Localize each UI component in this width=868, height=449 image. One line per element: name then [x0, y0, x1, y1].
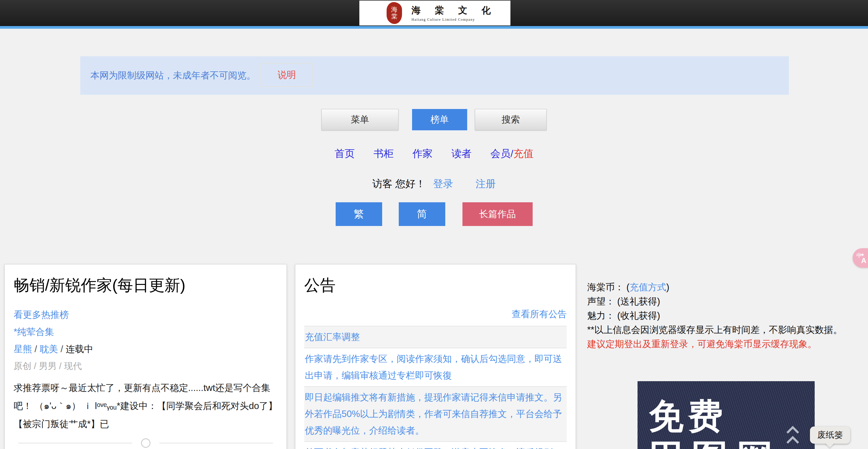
- long-works-button[interactable]: 长篇作品: [462, 202, 533, 226]
- book-description: 求推荐票呀～最近太忙了，更新有点不稳定......twt还是写个合集吧！ （๑'…: [13, 379, 278, 433]
- book-meta-row: 星熊 / 耽美 / 连载中: [13, 343, 278, 355]
- logo-subtitle: Haitang Culture Limited Company: [411, 18, 497, 22]
- divider-circle-icon: [141, 438, 151, 448]
- announcement-item[interactable]: 充值汇率调整: [304, 326, 567, 348]
- nav-item-bookshelf[interactable]: 书柜: [374, 147, 394, 161]
- nav-item-member-recharge: 会员/充值: [490, 147, 533, 161]
- greeting-text: 访客 您好！: [372, 178, 426, 189]
- seal-char-1: 海: [391, 6, 398, 13]
- site-logo[interactable]: 海 棠 海 棠 文 化 Haitang Culture Limited Comp…: [359, 1, 510, 26]
- book-title-link[interactable]: *纯荤合集: [13, 327, 54, 337]
- nav-member-link[interactable]: 会员: [490, 148, 510, 159]
- translate-button[interactable]: 中 A: [852, 248, 868, 268]
- chevron-up-icon: [786, 436, 799, 448]
- book-title-row: *纯荤合集: [13, 326, 278, 338]
- seal-char-2: 棠: [391, 13, 398, 20]
- cache-note: **以上信息会因浏览器缓存显示上有时间差，不影响真实数据。: [587, 323, 854, 337]
- wallet-label-close: ): [666, 282, 669, 292]
- logo-text: 海 棠 文 化 Haitang Culture Limited Company: [411, 4, 497, 22]
- back-to-top-button[interactable]: [786, 428, 800, 448]
- cache-warning: 建议定期登出及重新登录，可避免海棠币显示缓存现象。: [587, 337, 854, 351]
- simplified-chinese-button[interactable]: 简: [399, 202, 445, 226]
- notice-explain-link[interactable]: 说明: [261, 63, 313, 87]
- view-all-announcements-link[interactable]: 查看所有公告: [512, 309, 567, 319]
- traditional-chinese-button[interactable]: 繁: [336, 202, 382, 226]
- more-hot-rank-row: 看更多热推榜: [13, 309, 278, 321]
- header-accent-strip: [0, 26, 868, 29]
- rank-button[interactable]: 榜单: [412, 109, 467, 130]
- announcement-item[interactable]: 首页书名与章节标题禁止低俗不雅，谐音也不恰当，违反规则: [304, 442, 567, 449]
- recharge-method-link[interactable]: 充值方式: [629, 282, 666, 292]
- nav-separator: /: [510, 148, 513, 159]
- logo-title: 海 棠 文 化: [411, 4, 497, 17]
- banner-text-line1: 免费: [649, 393, 727, 441]
- nav-recharge-link[interactable]: 充值: [514, 148, 533, 159]
- announcements-panel-title: 公告: [304, 275, 567, 296]
- translate-icon: 中 A: [856, 252, 868, 264]
- login-link[interactable]: 登录: [433, 178, 453, 189]
- greeting-row: 访客 您好！ 登录 注册: [0, 177, 868, 191]
- panel-divider: [19, 438, 273, 448]
- lang-row: 繁 简 长篇作品: [0, 202, 868, 226]
- register-link[interactable]: 注册: [475, 178, 496, 189]
- nav-item-readers[interactable]: 读者: [452, 147, 472, 161]
- book-author-link[interactable]: 星熊: [13, 344, 32, 354]
- book-status: 连载中: [66, 344, 93, 354]
- more-hot-rank-link[interactable]: 看更多热推榜: [13, 310, 69, 320]
- main-nav: 首页 书柜 作家 读者 会员/充值: [0, 147, 868, 161]
- announcement-item[interactable]: 作家请先到作家专区，阅读作家须知，确认后勾选同意，即可送出申请，编辑审核通过专栏…: [304, 348, 567, 387]
- book-tags: 原创 / 男男 / 现代: [13, 360, 278, 372]
- announcements-panel: 公告 查看所有公告 充值汇率调整 作家请先到作家专区，阅读作家须知，确认后勾选同…: [295, 264, 576, 449]
- bestseller-panel-title: 畅销/新锐作家(每日更新): [13, 275, 278, 296]
- announcement-item[interactable]: 即日起编辑推文将有新措施，提现作家请记得来信申请推文。另外若作品50%以上为剧情…: [304, 387, 567, 442]
- wallet-label: 海棠币： (: [587, 282, 629, 292]
- banner-text-line2: 用图网: [646, 434, 781, 449]
- menu-button[interactable]: 菜单: [321, 109, 398, 130]
- nav-item-authors[interactable]: 作家: [412, 147, 433, 161]
- charm-line: 魅力： (收礼获得): [587, 309, 854, 323]
- meta-separator: /: [58, 344, 66, 354]
- divider-line: [159, 443, 273, 443]
- nav-item-home[interactable]: 首页: [335, 147, 354, 161]
- toolbar: 菜单 榜单 搜索: [0, 109, 868, 130]
- trash-tooltip: 废纸篓: [810, 426, 850, 444]
- currency-info-panel: 海棠币： (充值方式) 声望： (送礼获得) 魅力： (收礼获得) **以上信息…: [587, 280, 854, 351]
- restriction-notice-text: 本网为限制级网站，未成年者不可阅览。: [90, 69, 256, 82]
- search-button[interactable]: 搜索: [475, 109, 547, 130]
- reputation-line: 声望： (送礼获得): [587, 294, 854, 309]
- trash-tooltip-label: 废纸篓: [817, 429, 843, 441]
- wallet-line: 海棠币： (充值方式): [587, 280, 854, 294]
- bestseller-panel: 畅销/新锐作家(每日更新) 看更多热推榜 *纯荤合集 星熊 / 耽美 / 连载中…: [4, 264, 287, 449]
- svg-text:A: A: [861, 256, 866, 264]
- meta-separator: /: [32, 344, 40, 354]
- announcement-list: 充值汇率调整 作家请先到作家专区，阅读作家须知，确认后勾选同意，即可送出申请，编…: [304, 326, 567, 449]
- seal-icon: 海 棠: [386, 2, 402, 24]
- restriction-notice: 本网为限制级网站，未成年者不可阅览。 说明: [80, 56, 789, 95]
- divider-line: [19, 443, 132, 443]
- view-all-row: 查看所有公告: [304, 308, 567, 320]
- book-genre-link[interactable]: 耽美: [40, 344, 58, 354]
